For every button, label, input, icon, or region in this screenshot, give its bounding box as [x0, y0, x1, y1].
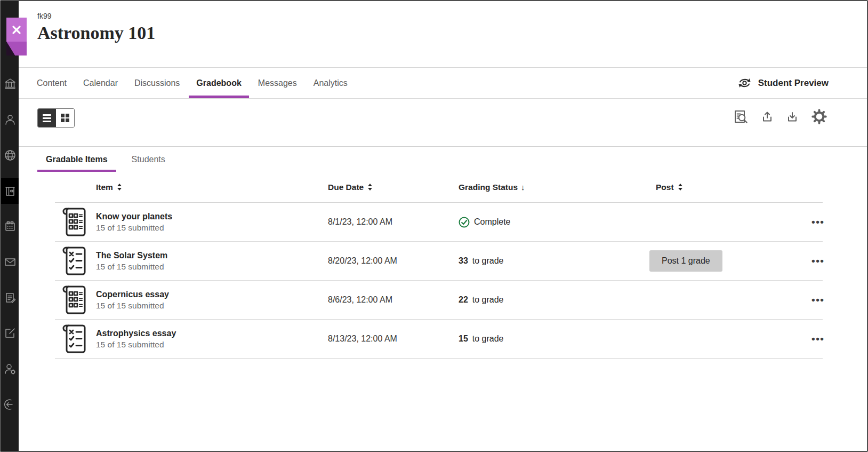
- student-preview-label: Student Preview: [758, 78, 829, 89]
- item-cell: Copernicus essay 15 of 15 submitted: [96, 290, 328, 311]
- globe-icon[interactable]: [1, 142, 19, 168]
- main-area: fk99 Astronomy 101 Content Calendar Disc…: [19, 1, 867, 451]
- item-type-cell: [55, 324, 96, 353]
- item-title-link[interactable]: The Solar System: [96, 251, 167, 260]
- item-submitted-count: 15 of 15 submitted: [96, 340, 328, 350]
- course-title: Astronomy 101: [37, 21, 867, 45]
- sort-icon: [117, 184, 122, 191]
- post-grades-button[interactable]: Post 1 grade: [649, 250, 722, 272]
- test-item-icon: [62, 286, 96, 314]
- column-header-item[interactable]: Item: [96, 183, 328, 192]
- assignment-item-icon: [62, 247, 96, 275]
- table-body: Know your planets 15 of 15 submitted 8/1…: [55, 203, 823, 359]
- institution-icon[interactable]: [1, 71, 19, 97]
- tab-messages[interactable]: Messages: [258, 68, 297, 98]
- item-title-link[interactable]: Copernicus essay: [96, 290, 169, 299]
- item-cell: The Solar System 15 of 15 submitted: [96, 251, 328, 272]
- list-view-icon: [43, 114, 51, 122]
- to-grade-count: 22: [459, 295, 468, 305]
- grades-icon[interactable]: [1, 285, 19, 311]
- tab-gradebook[interactable]: Gradebook: [196, 68, 241, 98]
- item-submitted-count: 15 of 15 submitted: [96, 262, 328, 272]
- due-date: 8/1/23, 12:00 AM: [328, 217, 459, 227]
- grid-view-icon: [61, 114, 69, 122]
- course-id: fk99: [37, 12, 867, 20]
- calendar-icon[interactable]: [1, 213, 19, 239]
- column-header-post[interactable]: Post: [656, 183, 810, 192]
- row-menu-button[interactable]: •••: [810, 292, 825, 308]
- assignment-item-icon: [62, 324, 96, 353]
- student-preview-button[interactable]: Student Preview: [737, 68, 829, 98]
- profile-icon[interactable]: [1, 107, 19, 132]
- row-menu-cell: •••: [810, 292, 826, 308]
- tab-discussions[interactable]: Discussions: [134, 68, 180, 98]
- item-title-link[interactable]: Astrophysics essay: [96, 329, 176, 338]
- item-type-cell: [55, 286, 96, 314]
- upload-icon[interactable]: [760, 109, 775, 124]
- row-menu-button[interactable]: •••: [810, 214, 825, 230]
- item-title-link[interactable]: Know your planets: [96, 212, 172, 221]
- status-text: to grade: [472, 256, 504, 266]
- table-row: Copernicus essay 15 of 15 submitted 8/6/…: [55, 281, 823, 320]
- sign-out-icon[interactable]: [1, 392, 19, 417]
- row-menu-cell: •••: [810, 214, 826, 230]
- item-submitted-count: 15 of 15 submitted: [96, 223, 328, 233]
- compose-icon[interactable]: [1, 320, 19, 346]
- gradebook-search-icon[interactable]: [732, 108, 750, 125]
- column-header-due-date[interactable]: Due Date: [328, 183, 459, 192]
- courses-icon[interactable]: [1, 178, 19, 204]
- subtab-students[interactable]: Students: [123, 147, 174, 172]
- gradable-items-table: Item Due Date Grading Status ↓ Post: [55, 172, 823, 359]
- row-menu-cell: •••: [810, 331, 826, 347]
- admin-icon[interactable]: [1, 356, 19, 382]
- due-date: 8/6/23, 12:00 AM: [328, 295, 459, 305]
- status-text: Complete: [474, 217, 510, 227]
- column-header-grading-status[interactable]: Grading Status ↓: [459, 183, 656, 192]
- table-row: Astrophysics essay 15 of 15 submitted 8/…: [55, 320, 823, 359]
- list-view-button[interactable]: [38, 109, 56, 127]
- sort-descending-icon: ↓: [521, 183, 525, 192]
- row-menu-button[interactable]: •••: [810, 331, 825, 347]
- student-preview-icon: [737, 77, 752, 89]
- due-date: 8/20/23, 12:00 AM: [328, 256, 459, 266]
- item-type-cell: [55, 247, 96, 275]
- to-grade-count: 33: [459, 256, 468, 266]
- grading-status: 22 to grade: [459, 295, 656, 305]
- table-row: Know your planets 15 of 15 submitted 8/1…: [55, 203, 823, 242]
- sort-icon: [368, 184, 372, 191]
- ribbon-tail: [6, 42, 27, 55]
- test-item-icon: [62, 208, 96, 236]
- item-cell: Astrophysics essay 15 of 15 submitted: [96, 329, 328, 350]
- download-icon[interactable]: [785, 109, 800, 124]
- row-menu-cell: •••: [810, 253, 826, 269]
- row-menu-button[interactable]: •••: [810, 253, 825, 269]
- grading-status: 33 to grade: [459, 256, 656, 266]
- grid-view-button[interactable]: [56, 109, 74, 127]
- messages-icon[interactable]: [1, 249, 19, 275]
- toolbar-actions: [732, 107, 829, 126]
- nav-spacer: [364, 68, 737, 98]
- due-date: 8/13/23, 12:00 AM: [328, 334, 459, 344]
- subtab-gradable-items[interactable]: Gradable Items: [37, 147, 116, 172]
- app-window: fk99 Astronomy 101 Content Calendar Disc…: [0, 0, 868, 452]
- tab-analytics[interactable]: Analytics: [314, 68, 348, 98]
- complete-check-icon: [459, 217, 470, 228]
- status-text: to grade: [472, 295, 504, 305]
- table-row: The Solar System 15 of 15 submitted 8/20…: [55, 242, 823, 281]
- sort-icon: [678, 184, 682, 191]
- tab-calendar[interactable]: Calendar: [83, 68, 118, 98]
- close-course-button[interactable]: [6, 18, 27, 55]
- gradebook-subtabs: Gradable Items Students: [37, 147, 174, 172]
- view-toggle: [37, 108, 75, 128]
- base-navigation-rail: [1, 1, 19, 451]
- table-header-row: Item Due Date Grading Status ↓ Post: [55, 172, 823, 203]
- item-cell: Know your planets 15 of 15 submitted: [96, 212, 328, 233]
- course-nav-tabs: Content Calendar Discussions Gradebook M…: [19, 67, 867, 99]
- gradebook-toolbar: [19, 99, 867, 147]
- post-cell: Post 1 grade: [656, 250, 810, 272]
- grading-status: Complete: [459, 217, 656, 228]
- tab-content[interactable]: Content: [37, 68, 67, 98]
- item-type-cell: [55, 208, 96, 236]
- settings-gear-icon[interactable]: [810, 107, 829, 126]
- course-header: fk99 Astronomy 101: [19, 1, 867, 45]
